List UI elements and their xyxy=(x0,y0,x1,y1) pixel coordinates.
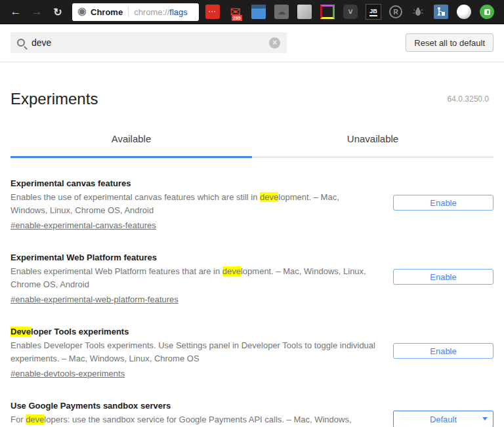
site-label: Chrome xyxy=(91,7,123,17)
experiment-title: Experimental Web Platform features xyxy=(10,252,378,264)
experiment-row: Experimental Web Platform features Enabl… xyxy=(10,252,494,306)
title-text: Use Google Payments sandbox servers xyxy=(10,401,171,411)
window-titlebar-shape xyxy=(251,5,266,9)
experiment-description: Enables experimental Web Platform featur… xyxy=(10,265,378,291)
tab-bar: Available Unavailable xyxy=(10,124,494,156)
experiment-description: For developers: use the sandbox service … xyxy=(10,413,378,426)
extensions-row: ··· ✉ 285 ☁ ˅ JB R xyxy=(205,5,504,19)
browser-toolbar: ← → ↻ Chrome chrome:// flags ··· ✉ 285 ☁… xyxy=(0,0,504,24)
desc-text: Enables the use of experimental canvas f… xyxy=(10,192,260,202)
experiment-text: Experimental Web Platform features Enabl… xyxy=(10,252,378,306)
forward-icon[interactable]: → xyxy=(28,3,45,20)
window-extension-icon[interactable] xyxy=(251,5,266,19)
search-box: × xyxy=(10,32,287,53)
search-input[interactable] xyxy=(32,37,269,48)
gray-square-extension-icon[interactable] xyxy=(297,5,312,19)
experiment-title: Experimental canvas features xyxy=(10,178,378,190)
chrome-page-icon xyxy=(77,7,87,16)
reload-icon[interactable]: ↻ xyxy=(49,3,66,20)
enable-button[interactable]: Enable xyxy=(393,195,494,211)
color-picker-extension-icon[interactable] xyxy=(320,5,335,19)
url-path: flags xyxy=(169,7,187,17)
flags-page: × Reset all to default Experiments 64.0.… xyxy=(0,24,504,427)
title-highlight: Deve xyxy=(10,327,31,336)
tab-available[interactable]: Available xyxy=(10,124,252,156)
desc-text: Enables Developer Tools experiments. Use… xyxy=(10,340,375,363)
tab-underline-track xyxy=(10,156,494,158)
experiment-action: Enable xyxy=(393,178,494,211)
desc-highlight: deve xyxy=(222,266,241,276)
enable-button[interactable]: Enable xyxy=(393,269,494,285)
back-icon[interactable]: ← xyxy=(7,3,24,20)
rotate-extension-icon[interactable]: R xyxy=(389,5,402,18)
search-row: × Reset all to default xyxy=(0,24,504,62)
pushbullet-extension-icon[interactable] xyxy=(480,5,494,19)
experiment-row: Use Google Payments sandbox servers For … xyxy=(10,400,494,427)
header-divider xyxy=(0,62,504,62)
experiment-row: Developer Tools experiments Enables Deve… xyxy=(10,326,494,380)
desc-text: Enables experimental Web Platform featur… xyxy=(10,266,222,276)
reset-all-button[interactable]: Reset all to default xyxy=(406,33,494,52)
experiment-permalink[interactable]: #enable-experimental-canvas-features xyxy=(10,220,156,232)
desc-highlight: deve xyxy=(260,192,278,202)
title-text: loper Tools experiments xyxy=(31,327,129,336)
gmail-unread-badge: 285 xyxy=(232,15,242,21)
pushbullet-glyph xyxy=(484,9,490,15)
page-header: Experiments 64.0.3250.0 xyxy=(10,90,489,108)
experiment-action: Enable xyxy=(393,252,494,285)
experiment-description: Enables the use of experimental canvas f… xyxy=(10,191,378,217)
tab-unavailable-underline xyxy=(252,156,494,158)
cloud-folder-extension-icon[interactable]: ☁ xyxy=(274,5,289,19)
chevron-down-icon xyxy=(482,417,488,420)
omnibox-separator xyxy=(128,7,129,17)
experiment-text: Use Google Payments sandbox servers For … xyxy=(10,400,378,426)
version-label: 64.0.3250.0 xyxy=(448,94,489,104)
address-bar[interactable]: Chrome chrome:// flags xyxy=(72,3,199,21)
experiment-action: Enable xyxy=(393,326,494,359)
bug-extension-icon[interactable] xyxy=(411,5,425,19)
enable-button[interactable]: Enable xyxy=(393,343,494,359)
experiment-title: Developer Tools experiments xyxy=(10,326,378,338)
flag-value-select[interactable]: Default xyxy=(393,411,494,427)
experiments-list: Experimental canvas features Enables the… xyxy=(10,178,494,427)
experiment-row: Experimental canvas features Enables the… xyxy=(10,178,494,232)
experiment-permalink[interactable]: #enable-devtools-experiments xyxy=(10,368,125,380)
experiment-action: Default xyxy=(393,400,494,427)
experiment-description: Enables Developer Tools experiments. Use… xyxy=(10,339,378,365)
title-text: Experimental Web Platform features xyxy=(10,253,157,262)
desc-text: For xyxy=(10,415,26,424)
experiment-text: Developer Tools experiments Enables Deve… xyxy=(10,326,378,380)
bug-glyph xyxy=(413,7,423,17)
experiment-permalink[interactable]: #enable-experimental-web-platform-featur… xyxy=(10,294,178,306)
title-text: Experimental canvas features xyxy=(10,178,131,188)
cleanup-extension-icon[interactable] xyxy=(434,5,448,19)
sphere-extension-icon[interactable] xyxy=(457,5,471,19)
search-icon xyxy=(17,39,25,47)
desc-highlight: deve xyxy=(26,415,44,424)
clear-search-icon[interactable]: × xyxy=(269,37,280,49)
person-trash-glyph xyxy=(436,7,446,17)
select-value: Default xyxy=(430,415,457,424)
url-scheme: chrome:// xyxy=(134,7,169,17)
tab-unavailable[interactable]: Unavailable xyxy=(252,124,494,156)
experiment-text: Experimental canvas features Enables the… xyxy=(10,178,378,232)
page-title: Experiments xyxy=(10,90,98,108)
tab-available-underline xyxy=(10,156,252,158)
pocket-extension-icon[interactable]: ˅ xyxy=(343,5,358,19)
gmail-extension-icon[interactable]: ✉ 285 xyxy=(228,5,243,19)
lastpass-extension-icon[interactable]: ··· xyxy=(205,5,220,19)
jetbrains-extension-icon[interactable]: JB xyxy=(366,5,381,19)
jetbrains-label: JB xyxy=(369,8,377,16)
experiment-title: Use Google Payments sandbox servers xyxy=(10,400,378,412)
desc-text: lopers: use the sandbox service for Goog… xyxy=(44,415,351,424)
